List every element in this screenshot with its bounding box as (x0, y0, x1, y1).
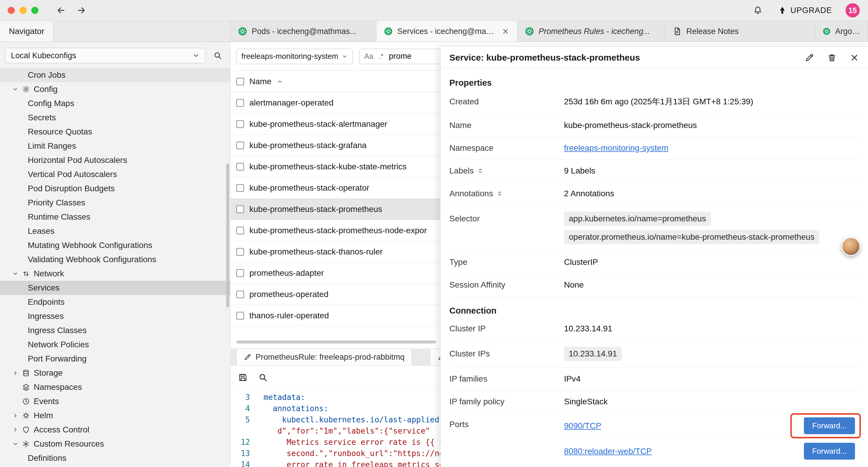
sidebar-item-ingresses[interactable]: Ingresses (0, 309, 230, 323)
table-row[interactable]: prometheus-adapter (230, 262, 440, 284)
sort-ascending-icon[interactable] (277, 79, 283, 85)
sidebar-item-definitions[interactable]: Definitions (0, 451, 230, 465)
dock-tab-prometheusrule[interactable]: PrometheusRule: freeleaps-prod-rabbitmq (236, 348, 412, 365)
sidebar-item-endpoints[interactable]: Endpoints (0, 295, 230, 309)
events-icon (21, 398, 31, 405)
sidebar-search-button[interactable] (211, 49, 225, 63)
sidebar-item-resource-quotas[interactable]: Resource Quotas (0, 125, 230, 139)
sidebar-item-config[interactable]: Config (0, 82, 230, 96)
sidebar-item-events[interactable]: Events (0, 394, 230, 408)
table-row[interactable]: kube-prometheus-stack-operator (230, 177, 440, 199)
regex-toggle[interactable]: .* (379, 52, 384, 61)
row-checkbox[interactable] (236, 291, 244, 298)
forward-button[interactable] (75, 4, 88, 17)
namespace-filter-select[interactable]: freeleaps-monitoring-system (236, 49, 353, 64)
port-link-8080[interactable]: 8080:reloader-web/TCP (564, 447, 652, 456)
line-number: 13 (230, 448, 250, 459)
table-row[interactable]: alertmanager-operated (230, 92, 440, 114)
close-tab-icon[interactable] (502, 28, 509, 35)
config-icon (21, 85, 31, 93)
sidebar-item-services[interactable]: Services (0, 281, 230, 295)
sidebar-item-priority-classes[interactable]: Priority Classes (0, 196, 230, 210)
sidebar-scrollbar[interactable] (226, 164, 229, 308)
table-row[interactable]: kube-prometheus-stack-alertmanager (230, 114, 440, 135)
sidebar-item-vertical-pod-autoscalers[interactable]: Vertical Pod Autoscalers (0, 167, 230, 181)
table-row-selected[interactable]: kube-prometheus-stack-prometheus (230, 199, 440, 220)
chevron-down-icon[interactable] (10, 271, 21, 276)
sidebar-item-storage[interactable]: Storage (0, 366, 230, 380)
expand-annotations-toggle[interactable] (497, 191, 502, 197)
minimize-window-button[interactable] (20, 7, 27, 14)
upgrade-button[interactable]: UPGRADE (778, 6, 832, 15)
sidebar-item-cron-jobs[interactable]: Cron Jobs (0, 68, 230, 82)
tab-prometheus-rules[interactable]: Prometheus Rules - icecheng... (517, 21, 665, 42)
row-checkbox[interactable] (236, 163, 244, 171)
chevron-right-icon[interactable] (10, 370, 21, 376)
sidebar-item-pod-disruption-budgets[interactable]: Pod Disruption Budgets (0, 181, 230, 196)
tab-argo[interactable]: Argo Se (815, 21, 868, 42)
kubeconfig-selector[interactable]: Local Kubeconfigs (5, 48, 205, 63)
expand-labels-toggle[interactable] (477, 168, 483, 174)
chevron-down-icon[interactable] (10, 441, 21, 447)
tab-pods[interactable]: Pods - icecheng@mathmas... (230, 21, 376, 42)
sidebar-item-ingress-classes[interactable]: Ingress Classes (0, 323, 230, 338)
sidebar-item-horizontal-pod-autoscalers[interactable]: Horizontal Pod Autoscalers (0, 153, 230, 167)
back-button[interactable] (54, 4, 67, 17)
sidebar-item-network-policies[interactable]: Network Policies (0, 338, 230, 352)
row-checkbox[interactable] (236, 269, 244, 277)
horizontal-scrollbar[interactable] (236, 341, 436, 344)
row-checkbox[interactable] (236, 248, 244, 256)
close-window-button[interactable] (8, 7, 15, 14)
table-row[interactable]: kube-prometheus-stack-grafana (230, 135, 440, 156)
table-row[interactable]: kube-prometheus-stack-prometheus-node-ex… (230, 220, 440, 241)
row-checkbox[interactable] (236, 142, 244, 149)
sidebar-item-mutating-webhook-configurations[interactable]: Mutating Webhook Configurations (0, 238, 230, 253)
row-checkbox[interactable] (236, 184, 244, 192)
table-row[interactable]: kube-prometheus-stack-thanos-ruler (230, 241, 440, 262)
search-icon[interactable] (258, 373, 268, 382)
tab-services[interactable]: Services - icecheng@math... (376, 21, 517, 42)
chevron-down-icon[interactable] (10, 86, 21, 92)
row-checkbox[interactable] (236, 312, 244, 320)
sidebar-item-custom-resources[interactable]: Custom Resources (0, 437, 230, 451)
sidebar-item-port-forwarding[interactable]: Port Forwarding (0, 352, 230, 366)
table-row[interactable]: thanos-ruler-operated (230, 305, 440, 326)
row-checkbox[interactable] (236, 205, 244, 213)
sidebar-item-runtime-classes[interactable]: Runtime Classes (0, 210, 230, 224)
name-column-header[interactable]: Name (249, 77, 272, 86)
sidebar-item-network[interactable]: Network (0, 267, 230, 281)
select-all-checkbox[interactable] (236, 78, 244, 85)
sidebar-item-secrets[interactable]: Secrets (0, 111, 230, 125)
sidebar-item-config-maps[interactable]: Config Maps (0, 96, 230, 111)
forward-button-8080[interactable]: Forward... (804, 443, 855, 460)
floppy-icon[interactable] (238, 373, 248, 382)
navigator-panel-tab[interactable]: Navigator (0, 21, 54, 42)
namespace-link[interactable]: freeleaps-monitoring-system (564, 143, 668, 153)
zoom-window-button[interactable] (31, 7, 38, 14)
table-row[interactable]: prometheus-operated (230, 284, 440, 305)
close-drawer-button[interactable] (850, 53, 859, 62)
sidebar-item-leases[interactable]: Leases (0, 224, 230, 238)
port-link-9090[interactable]: 9090/TCP (564, 421, 601, 431)
sidebar-item-limit-ranges[interactable]: Limit Ranges (0, 139, 230, 153)
sidebar-item-namespaces[interactable]: Namespaces (0, 380, 230, 394)
notifications-button[interactable] (751, 4, 764, 17)
forward-button-9090[interactable]: Forward... (804, 417, 855, 434)
chevron-right-icon[interactable] (10, 427, 21, 433)
tab-release-notes[interactable]: Release Notes (665, 21, 815, 42)
sidebar-item-access-control[interactable]: Access Control (0, 423, 230, 437)
network-icon (21, 270, 31, 278)
row-checkbox[interactable] (236, 99, 244, 107)
delete-button[interactable] (827, 53, 837, 62)
edit-button[interactable] (805, 53, 814, 62)
sidebar-item-helm[interactable]: Helm (0, 408, 230, 423)
sidebar-item-validating-webhook-configurations[interactable]: Validating Webhook Configurations (0, 253, 230, 267)
avatar[interactable] (841, 237, 860, 256)
chevron-right-icon[interactable] (10, 413, 21, 418)
row-checkbox[interactable] (236, 120, 244, 128)
notification-count-badge[interactable]: 15 (845, 3, 860, 18)
row-checkbox[interactable] (236, 227, 244, 234)
match-case-toggle[interactable]: Aa (364, 52, 373, 61)
line-number: 12 (230, 437, 250, 448)
table-row[interactable]: kube-prometheus-stack-kube-state-metrics (230, 156, 440, 177)
